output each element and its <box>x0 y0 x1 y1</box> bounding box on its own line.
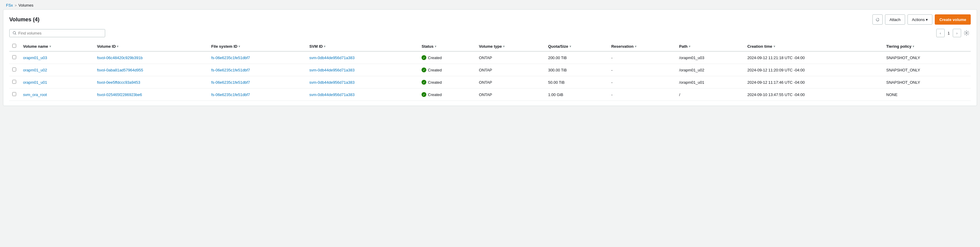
cell-status: ✓ Created <box>418 88 476 101</box>
row-checkbox[interactable] <box>12 92 16 96</box>
cell-svm-id: svm-0db44de956d71a383 <box>306 64 418 76</box>
volume-name-link[interactable]: orapm01_u03 <box>23 56 47 60</box>
status-text: Created <box>428 56 442 60</box>
page-header: Volumes (4) Attach Actions ▾ Create volu… <box>9 14 971 25</box>
cell-volume-id: fsvol-025465f2286923be6 <box>94 88 208 101</box>
cell-tiering-policy: SNAPSHOT_ONLY <box>883 76 971 88</box>
search-row: ‹ 1 › <box>9 29 971 37</box>
row-checkbox[interactable] <box>12 80 16 84</box>
table-row: orapm01_u02 fsvol-0aba81ad57964d955 fs-0… <box>9 64 971 76</box>
cell-creation-time: 2024-09-10 13:47:55 UTC -04:00 <box>744 88 883 101</box>
cell-quota-size: 300.00 TiB <box>545 64 608 76</box>
search-box <box>9 29 105 37</box>
cell-volume-type: ONTAP <box>476 51 545 64</box>
row-checkbox-cell <box>9 76 20 88</box>
cell-path: /orapm01_u02 <box>676 64 745 76</box>
cell-svm-id: svm-0db44de956d71a383 <box>306 76 418 88</box>
cell-volume-name: orapm01_u02 <box>20 64 94 76</box>
status-check-icon: ✓ <box>422 80 426 85</box>
row-checkbox[interactable] <box>12 67 16 71</box>
svm-id-link[interactable]: svm-0db44de956d71a383 <box>309 68 355 72</box>
settings-button[interactable] <box>963 29 971 37</box>
col-volume-type: Volume type ▾ <box>476 42 545 51</box>
cell-filesystem-id: fs-06e6235c1fe51dbf7 <box>208 76 306 88</box>
sort-icon[interactable]: ▾ <box>49 45 51 48</box>
actions-button[interactable]: Actions ▾ <box>907 14 933 25</box>
sort-icon[interactable]: ▾ <box>773 45 775 48</box>
col-volume-id: Volume ID ▾ <box>94 42 208 51</box>
search-input[interactable] <box>18 31 102 35</box>
cell-reservation: - <box>608 76 676 88</box>
row-checkbox-cell <box>9 88 20 101</box>
cell-reservation: - <box>608 88 676 101</box>
title-group: Volumes (4) <box>9 16 40 23</box>
status-check-icon: ✓ <box>422 92 426 97</box>
table-row: orapm01_u03 fsvol-06c48420c929b391b fs-0… <box>9 51 971 64</box>
cell-volume-type: ONTAP <box>476 88 545 101</box>
filesystem-id-link[interactable]: fs-06e6235c1fe51dbf7 <box>211 56 250 60</box>
cell-volume-type: ONTAP <box>476 76 545 88</box>
cell-volume-id: fsvol-06c48420c929b391b <box>94 51 208 64</box>
create-volume-button[interactable]: Create volume <box>935 14 971 25</box>
status-text: Created <box>428 80 442 85</box>
sort-icon[interactable]: ▾ <box>117 45 118 48</box>
cell-quota-size: 50.00 TiB <box>545 76 608 88</box>
volume-id-link[interactable]: fsvol-0ee5ffdccc93a9453 <box>97 80 140 85</box>
volume-id-link[interactable]: fsvol-0aba81ad57964d955 <box>97 68 143 72</box>
row-checkbox-cell <box>9 64 20 76</box>
cell-status: ✓ Created <box>418 76 476 88</box>
prev-page-button[interactable]: ‹ <box>936 29 945 37</box>
sort-icon[interactable]: ▾ <box>570 45 571 48</box>
row-checkbox[interactable] <box>12 55 16 59</box>
next-page-button[interactable]: › <box>953 29 961 37</box>
table-row: svm_ora_root fsvol-025465f2286923be6 fs-… <box>9 88 971 101</box>
filesystem-id-link[interactable]: fs-06e6235c1fe51dbf7 <box>211 68 250 72</box>
select-all-checkbox[interactable] <box>12 44 16 48</box>
cell-path: /orapm01_u01 <box>676 76 745 88</box>
sort-icon[interactable]: ▾ <box>435 45 436 48</box>
col-filesystem-id: File system ID ▾ <box>208 42 306 51</box>
sort-icon[interactable]: ▾ <box>689 45 690 48</box>
cell-quota-size: 200.00 TiB <box>545 51 608 64</box>
attach-button[interactable]: Attach <box>885 14 905 25</box>
select-all-header <box>9 42 20 51</box>
volume-name-link[interactable]: svm_ora_root <box>23 93 47 97</box>
sort-icon[interactable]: ▾ <box>503 45 504 48</box>
col-svm-id: SVM ID ▾ <box>306 42 418 51</box>
cell-volume-type: ONTAP <box>476 64 545 76</box>
volume-id-link[interactable]: fsvol-025465f2286923be6 <box>97 93 142 97</box>
cell-filesystem-id: fs-06e6235c1fe51dbf7 <box>208 64 306 76</box>
table-row: orapm01_u01 fsvol-0ee5ffdccc93a9453 fs-0… <box>9 76 971 88</box>
cell-reservation: - <box>608 64 676 76</box>
sort-icon[interactable]: ▾ <box>324 45 325 48</box>
cell-tiering-policy: SNAPSHOT_ONLY <box>883 64 971 76</box>
col-reservation: Reservation ▾ <box>608 42 676 51</box>
cell-volume-id: fsvol-0aba81ad57964d955 <box>94 64 208 76</box>
breadcrumb-parent-link[interactable]: FSx <box>6 3 13 8</box>
volume-id-link[interactable]: fsvol-06c48420c929b391b <box>97 56 143 60</box>
sort-icon[interactable]: ▾ <box>635 45 636 48</box>
svm-id-link[interactable]: svm-0db44de956d71a383 <box>309 93 355 97</box>
settings-icon <box>964 30 969 36</box>
cell-volume-name: orapm01_u01 <box>20 76 94 88</box>
filesystem-id-link[interactable]: fs-06e6235c1fe51dbf7 <box>211 80 250 85</box>
refresh-button[interactable] <box>872 14 883 25</box>
volume-name-link[interactable]: orapm01_u02 <box>23 68 47 72</box>
refresh-icon <box>876 17 879 22</box>
svg-line-1 <box>15 34 16 35</box>
cell-path: / <box>676 88 745 101</box>
sort-icon[interactable]: ▾ <box>913 45 914 48</box>
cell-volume-id: fsvol-0ee5ffdccc93a9453 <box>94 76 208 88</box>
status-check-icon: ✓ <box>422 67 426 72</box>
svm-id-link[interactable]: svm-0db44de956d71a383 <box>309 80 355 85</box>
page-title: Volumes (4) <box>9 16 40 22</box>
cell-tiering-policy: NONE <box>883 88 971 101</box>
filesystem-id-link[interactable]: fs-06e6235c1fe51dbf7 <box>211 93 250 97</box>
row-checkbox-cell <box>9 51 20 64</box>
page-container: Volumes (4) Attach Actions ▾ Create volu… <box>3 9 977 106</box>
volume-name-link[interactable]: orapm01_u01 <box>23 80 47 85</box>
svm-id-link[interactable]: svm-0db44de956d71a383 <box>309 56 355 60</box>
sort-icon[interactable]: ▾ <box>239 45 240 48</box>
cell-volume-name: orapm01_u03 <box>20 51 94 64</box>
cell-filesystem-id: fs-06e6235c1fe51dbf7 <box>208 51 306 64</box>
